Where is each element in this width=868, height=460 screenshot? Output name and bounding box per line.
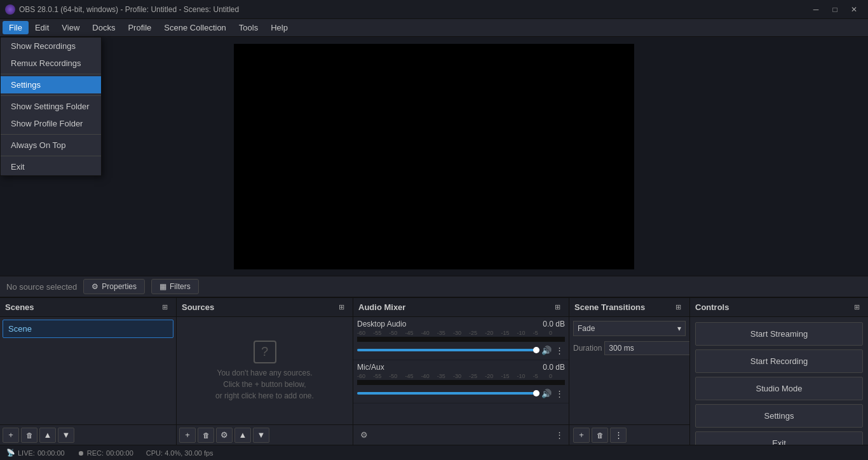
sources-empty-text: You don't have any sources. Click the + … [215, 367, 314, 402]
scene-transitions-panel-header-right: ⊞ [672, 301, 684, 314]
desktop-audio-meter-markers: -60-55-50-45-40-35 -30-25-20-15-10-50 [357, 330, 565, 336]
dropdown-item-show-profile-folder[interactable]: Show Profile Folder [1, 115, 101, 132]
mic-aux-track: Mic/Aux 0.0 dB -60-55-50-45-40-35 -30-25… [353, 360, 569, 403]
filters-label: Filters [170, 282, 191, 291]
dropdown-item-show-recordings[interactable]: Show Recordings [1, 37, 101, 55]
preview-canvas [234, 44, 634, 269]
controls-panel: Controls ⊞ Start Streaming Start Recordi… [690, 298, 868, 445]
audio-mixer-panel-title: Audio Mixer [358, 302, 405, 312]
sources-question-icon: ? [254, 341, 276, 363]
filters-button[interactable]: ▦ Filters [151, 279, 199, 294]
settings-button[interactable]: Settings [695, 404, 863, 428]
sources-settings-button[interactable]: ⚙ [216, 428, 233, 443]
scene-item[interactable]: Scene [3, 320, 173, 338]
audio-mixer-expand-icon[interactable]: ⊞ [551, 301, 564, 314]
audio-footer-menu-button[interactable]: ⋮ [553, 428, 565, 442]
start-recording-button[interactable]: Start Recording [695, 349, 863, 373]
exit-button[interactable]: Exit [695, 431, 863, 445]
scene-transitions-footer: + 🗑 ⋮ [569, 424, 689, 445]
dropdown-item-exit[interactable]: Exit [1, 158, 101, 175]
scenes-up-button[interactable]: ▲ [39, 428, 56, 443]
transitions-add-button[interactable]: + [573, 428, 590, 443]
transitions-remove-button[interactable]: 🗑 [592, 428, 608, 443]
minimize-button[interactable]: ─ [807, 3, 825, 16]
status-rec: ⏺ REC: 00:00:00 [78, 449, 133, 457]
record-icon: ⏺ [78, 449, 85, 457]
scene-transitions-expand-icon[interactable]: ⊞ [672, 301, 684, 314]
desktop-audio-menu-button[interactable]: ⋮ [553, 343, 565, 357]
sources-remove-button[interactable]: 🗑 [198, 428, 214, 443]
menu-item-tools[interactable]: Tools [233, 21, 264, 34]
mic-aux-name: Mic/Aux [357, 363, 384, 372]
start-streaming-button[interactable]: Start Streaming [695, 322, 863, 346]
status-cpu: CPU: 4.0%, 30.00 fps [146, 449, 214, 457]
title-bar-left: OBS 28.0.1 (64-bit, windows) - Profile: … [5, 4, 239, 15]
desktop-audio-name: Desktop Audio [357, 320, 406, 328]
menu-item-help[interactable]: Help [264, 21, 294, 34]
chevron-down-icon: ▾ [677, 324, 681, 333]
window-title: OBS 28.0.1 (64-bit, windows) - Profile: … [19, 5, 239, 14]
live-label: LIVE: [18, 449, 35, 457]
sources-panel-header-right: ⊞ [335, 301, 348, 314]
dropdown-separator-1 [1, 74, 101, 74]
audio-mixer-content: Desktop Audio 0.0 dB -60-55-50-45-40-35 … [353, 317, 569, 424]
gear-icon: ⚙ [92, 282, 98, 291]
mic-aux-controls: 🔊 ⋮ [357, 386, 565, 400]
sources-add-button[interactable]: + [179, 428, 196, 443]
scene-transitions-panel-title: Scene Transitions [574, 302, 645, 312]
controls-content: Start Streaming Start Recording Studio M… [690, 317, 868, 445]
menu-item-scene-collection[interactable]: Scene Collection [158, 21, 233, 34]
scene-transitions-content: Fade ▾ Duration ▲ ▼ [569, 317, 689, 424]
sources-panel-expand-icon[interactable]: ⊞ [335, 301, 348, 314]
sources-up-button[interactable]: ▲ [234, 428, 251, 443]
source-info-bar: No source selected ⚙ Properties ▦ Filter… [0, 276, 868, 297]
menu-item-edit[interactable]: Edit [29, 21, 55, 34]
controls-expand-icon[interactable]: ⊞ [850, 301, 863, 314]
cpu-label: CPU: 4.0%, 30.00 fps [146, 449, 214, 457]
sources-down-button[interactable]: ▼ [253, 428, 269, 443]
duration-input[interactable] [604, 341, 689, 355]
mic-aux-menu-button[interactable]: ⋮ [553, 386, 565, 400]
dropdown-separator-2 [1, 95, 101, 96]
desktop-audio-slider[interactable] [357, 349, 539, 351]
dropdown-item-remux-recordings[interactable]: Remux Recordings [1, 55, 101, 72]
mic-aux-track-header: Mic/Aux 0.0 dB [357, 363, 565, 372]
maximize-button[interactable]: □ [826, 3, 844, 16]
scenes-add-button[interactable]: + [3, 428, 19, 443]
studio-mode-button[interactable]: Studio Mode [695, 377, 863, 400]
window-controls[interactable]: ─ □ ✕ [807, 3, 863, 16]
desktop-audio-slider-thumb [533, 347, 539, 353]
sources-panel-title: Sources [182, 302, 214, 312]
sources-panel-header: Sources ⊞ [177, 298, 353, 317]
close-button[interactable]: ✕ [845, 3, 863, 16]
scenes-panel-content: Scene [0, 317, 176, 424]
bottom-panels: Scenes ⊞ Scene + 🗑 ▲ ▼ Sources [0, 297, 868, 445]
mic-aux-slider[interactable] [357, 392, 539, 395]
dropdown-item-show-settings-folder[interactable]: Show Settings Folder [1, 98, 101, 115]
mic-aux-mute-button[interactable]: 🔊 [539, 386, 553, 400]
filter-icon: ▦ [159, 282, 166, 291]
sources-panel-footer: + 🗑 ⚙ ▲ ▼ [177, 424, 353, 445]
desktop-audio-meter [357, 337, 565, 342]
desktop-audio-track-header: Desktop Audio 0.0 dB [357, 320, 565, 328]
audio-mixer-panel: Audio Mixer ⊞ Desktop Audio 0.0 dB -60-5… [353, 298, 569, 445]
transition-type-select[interactable]: Fade ▾ [573, 321, 686, 336]
properties-button[interactable]: ⚙ Properties [83, 279, 145, 294]
desktop-audio-track: Desktop Audio 0.0 dB -60-55-50-45-40-35 … [353, 317, 569, 360]
scenes-panel-expand-icon[interactable]: ⊞ [158, 301, 171, 314]
mic-aux-meter [357, 380, 565, 385]
audio-settings-button[interactable]: ⚙ [357, 428, 371, 442]
menu-item-file[interactable]: File [3, 21, 29, 34]
desktop-audio-mute-button[interactable]: 🔊 [539, 343, 553, 357]
scenes-remove-button[interactable]: 🗑 [21, 428, 37, 443]
dropdown-item-always-on-top[interactable]: Always On Top [1, 137, 101, 154]
mic-aux-meter-markers: -60-55-50-45-40-35 -30-25-20-15-10-50 [357, 373, 565, 379]
dropdown-item-settings[interactable]: Settings [1, 76, 101, 93]
mic-aux-slider-container [357, 392, 539, 395]
menu-item-profile[interactable]: Profile [121, 21, 158, 34]
menu-item-view[interactable]: View [55, 21, 86, 34]
transitions-menu-button[interactable]: ⋮ [610, 428, 627, 443]
menu-item-docks[interactable]: Docks [86, 21, 121, 34]
sources-panel-content: ? You don't have any sources. Click the … [177, 317, 353, 424]
scenes-down-button[interactable]: ▼ [58, 428, 74, 443]
